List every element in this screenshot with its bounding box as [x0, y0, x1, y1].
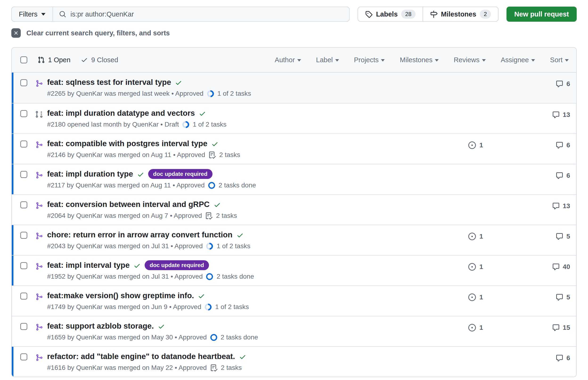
comments[interactable]: 6: [539, 347, 570, 377]
pr-title-link[interactable]: feat: compatible with postgres interval …: [47, 138, 207, 149]
pr-meta-text: #2265 by QuenKar was merged last week • …: [47, 90, 204, 97]
linked-issues: [468, 195, 539, 225]
pr-row-main: refactor: add "table engine" to datanode…: [47, 347, 468, 377]
checklist-icon: [210, 364, 217, 372]
filter-menu-reviews[interactable]: Reviews: [454, 56, 486, 64]
row-checkbox[interactable]: [20, 110, 27, 117]
comments[interactable]: 6: [539, 73, 570, 103]
pr-row: feat: impl duration datatype and vectors…: [12, 103, 576, 133]
list-filter-menus: AuthorLabelProjectsMilestonesReviewsAssi…: [275, 56, 569, 64]
task-count-text[interactable]: 2 tasks done: [221, 334, 258, 341]
checks-passed-icon: [199, 110, 206, 117]
linked-issues: [468, 103, 539, 133]
pr-title-link[interactable]: refactor: add "table engine" to datanode…: [47, 351, 235, 362]
comments[interactable]: 5: [539, 225, 570, 255]
linked-issues-count: 1: [480, 263, 483, 271]
comments[interactable]: 15: [539, 316, 570, 346]
linked-issues[interactable]: 1: [468, 316, 539, 346]
pr-row: feat: impl duration type doc update requ…: [12, 164, 576, 194]
linked-issues-count: 1: [480, 293, 483, 301]
pr-label-pill[interactable]: doc update required: [145, 260, 209, 270]
search-input[interactable]: is:pr author:QuenKar: [53, 7, 349, 21]
comments[interactable]: 5: [539, 286, 570, 316]
tab-open[interactable]: 1 Open: [38, 56, 71, 64]
x-icon: [11, 28, 21, 38]
tag-icon: [365, 11, 373, 18]
task-count-text[interactable]: 2 tasks: [221, 364, 242, 372]
comments[interactable]: 13: [539, 195, 570, 225]
comment-count: 5: [566, 233, 570, 240]
pr-row-main: feat: impl duration type doc update requ…: [47, 164, 468, 194]
tab-closed[interactable]: 9 Closed: [81, 56, 118, 64]
row-checkbox[interactable]: [20, 293, 27, 300]
comments[interactable]: 40: [539, 256, 570, 285]
filter-menu-label[interactable]: Label: [316, 56, 339, 64]
filter-menu-projects[interactable]: Projects: [354, 56, 385, 64]
checks-passed-icon: [198, 293, 205, 300]
select-all-checkbox[interactable]: [20, 56, 27, 63]
pr-title-link[interactable]: feat: support azblob storage.: [47, 321, 154, 331]
task-count-text[interactable]: 2 tasks done: [216, 273, 254, 280]
clear-search-link[interactable]: Clear current search query, filters, and…: [11, 28, 170, 38]
filters-button[interactable]: Filters: [12, 7, 53, 21]
issue-opened-icon: [468, 141, 476, 149]
task-count-text[interactable]: 1 of 2 tasks: [217, 90, 251, 97]
task-count-text[interactable]: 1 of 2 tasks: [193, 121, 226, 128]
issue-opened-icon: [468, 233, 476, 240]
pr-label-pill[interactable]: doc update required: [148, 169, 213, 179]
search-icon: [59, 11, 66, 18]
filter-menu-author[interactable]: Author: [275, 56, 301, 64]
task-count-text[interactable]: 2 tasks: [216, 212, 237, 219]
task-count-text[interactable]: 2 tasks: [219, 151, 240, 159]
git-pull-request-icon: [38, 56, 45, 63]
row-checkbox[interactable]: [20, 140, 27, 148]
pr-meta-text: #1659 by QuenKar was merged on May 30 • …: [47, 334, 207, 341]
task-count-text[interactable]: 1 of 2 tasks: [215, 303, 249, 311]
comments[interactable]: 6: [539, 134, 570, 164]
filter-menu-sort[interactable]: Sort: [550, 56, 569, 64]
new-pull-request-button[interactable]: New pull request: [506, 7, 577, 22]
pr-title-link[interactable]: feat: impl interval type: [47, 260, 130, 271]
pr-title-link[interactable]: feat: impl duration type: [47, 169, 133, 179]
milestones-count-badge: 2: [480, 10, 491, 19]
milestones-button[interactable]: Milestones 2: [423, 7, 498, 21]
row-checkbox[interactable]: [20, 323, 27, 330]
linked-issues: [468, 73, 539, 103]
pr-title-link[interactable]: feat:make version() show greptime info.: [47, 290, 194, 301]
filter-menu-label: Assignee: [501, 56, 529, 64]
row-checkbox[interactable]: [20, 353, 27, 361]
pr-row-main: feat: support azblob storage. #1659 by Q…: [47, 316, 468, 346]
row-checkbox[interactable]: [20, 201, 27, 209]
linked-issues[interactable]: 1: [468, 134, 539, 164]
filter-menu-assignee[interactable]: Assignee: [501, 56, 535, 64]
comments[interactable]: 13: [539, 103, 570, 133]
filter-menu-label: Reviews: [454, 56, 480, 64]
pr-meta-text: #2180 opened last month by QuenKar • Dra…: [47, 121, 179, 128]
pr-row: refactor: add "table engine" to datanode…: [12, 346, 576, 377]
row-checkbox[interactable]: [20, 79, 27, 86]
task-progress-icon: [182, 121, 189, 128]
task-count-text[interactable]: 1 of 2 tasks: [216, 242, 250, 250]
check-icon: [81, 56, 88, 63]
pr-title-link[interactable]: feat: sqlness test for interval type: [47, 77, 171, 88]
row-checkbox[interactable]: [20, 262, 27, 269]
comment-icon: [556, 293, 563, 301]
linked-issues[interactable]: 1: [468, 286, 539, 316]
pr-title-link[interactable]: feat: impl duration datatype and vectors: [47, 108, 195, 119]
issue-opened-icon: [468, 324, 476, 331]
filter-menu-label: Milestones: [400, 56, 432, 64]
pr-title-link[interactable]: chore: return error in arrow array conve…: [47, 229, 232, 240]
checklist-icon: [205, 212, 213, 219]
labels-button[interactable]: Labels 28: [358, 7, 423, 21]
linked-issues[interactable]: 1: [468, 256, 539, 285]
task-count-text[interactable]: 2 tasks done: [219, 182, 256, 189]
linked-issues[interactable]: 1: [468, 225, 539, 255]
row-checkbox[interactable]: [20, 171, 27, 178]
comments[interactable]: 6: [539, 164, 570, 194]
filter-menu-milestones[interactable]: Milestones: [400, 56, 439, 64]
comment-icon: [556, 354, 563, 362]
row-checkbox[interactable]: [20, 232, 27, 239]
pr-title-link[interactable]: feat: conversion between interval and gR…: [47, 199, 210, 210]
comment-count: 5: [566, 293, 570, 301]
checks-passed-icon: [175, 79, 182, 86]
